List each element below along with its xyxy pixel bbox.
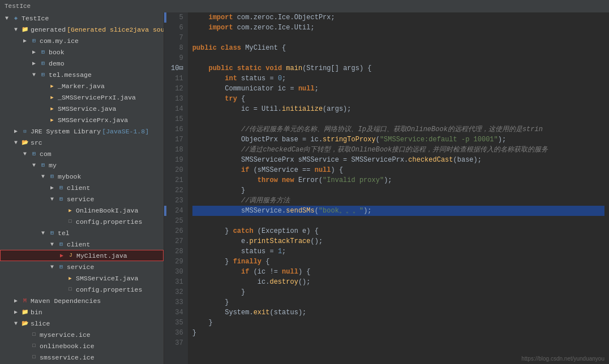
tree-item-com[interactable]: ▼ ⊞ com: [0, 148, 164, 159]
code-line-11: int status = 0;: [192, 73, 604, 84]
line-num: 34: [171, 307, 183, 318]
tree-item-bin[interactable]: ▶ 📁 bin: [0, 306, 164, 318]
tree-item-testice[interactable]: ▼ ◈ TestIce: [0, 12, 164, 24]
tree-label: JRE System Library: [31, 128, 101, 135]
line-num: 30: [171, 267, 183, 277]
line-num: 6: [171, 23, 183, 33]
line-num: 28: [171, 246, 183, 257]
tree-item-myclient[interactable]: ▶ J MyClient.java: [0, 250, 164, 261]
tree-item-config2[interactable]: □ config.properties: [0, 284, 164, 295]
java-file-icon: ▶: [48, 115, 57, 124]
tree-label: myservice.ice: [40, 331, 91, 339]
tree-item-book[interactable]: ▶ ⊞ book: [0, 46, 164, 58]
line-num: 36: [171, 328, 183, 338]
code-line-20: if (sMSService == null) {: [192, 165, 604, 175]
code-line-8: public class MyClient {: [192, 43, 604, 53]
java-file-icon: ▶: [66, 274, 75, 283]
code-line-34: System.exit(status);: [192, 307, 604, 318]
line-num: 11: [171, 73, 183, 84]
package-icon: ⊞: [38, 161, 48, 170]
tree-item-mybook[interactable]: ▼ ⊞ mybook: [0, 171, 164, 182]
tree-item-onlinebook-ice[interactable]: □ onlinebook.ice: [0, 340, 164, 352]
line-num: 19: [171, 155, 183, 165]
tree-item-service1[interactable]: ▼ ⊞ service: [0, 193, 164, 205]
folder-icon: 📁: [20, 307, 29, 317]
code-line-27: e.printStackTrace();: [192, 236, 604, 246]
package-icon: ⊞: [29, 36, 38, 45]
tree-item-jre[interactable]: ▶ ⊟ JRE System Library [JavaSE-1.8]: [0, 125, 164, 137]
code-line-30: if (ic != null) {: [192, 267, 604, 277]
maven-icon: M: [20, 296, 29, 305]
chevron-right-icon: ▶: [29, 47, 38, 57]
code-line-15: [192, 114, 604, 124]
code-line-37: [192, 338, 604, 348]
tree-item-smsserviceprxi[interactable]: ▶ _SMSServicePrxI.java: [0, 92, 164, 103]
project-icon: ◈: [11, 14, 20, 23]
line-num: 12: [171, 84, 183, 94]
code-line-22: }: [192, 185, 604, 196]
line-num: 25: [171, 216, 183, 226]
package-icon: ⊞: [38, 47, 48, 57]
tree-label: MyClient.java: [76, 252, 127, 259]
code-line-14: ic = Util.initialize(args);: [192, 104, 604, 114]
chevron-down-icon: ▼: [48, 240, 57, 249]
line-num: 16: [171, 124, 183, 135]
tree-item-client2[interactable]: ▼ ⊞ client: [0, 239, 164, 250]
tree-item-smsservice-ice[interactable]: □ smsservice.ice: [0, 352, 164, 363]
file-icon: □: [29, 330, 38, 339]
tree-label: SMSService.java: [58, 105, 117, 112]
chevron-down-icon: ▼: [29, 161, 38, 170]
tree-item-smsservicei[interactable]: ▶ SMSServiceI.java: [0, 272, 164, 284]
tree-label: generated: [31, 26, 66, 33]
package-icon: ⊞: [38, 59, 48, 68]
tree-item-myservice[interactable]: □ myservice.ice: [0, 329, 164, 340]
code-content[interactable]: import com.zeroc.Ice.ObjectPrx; import c…: [188, 12, 609, 364]
line-num: 33: [171, 297, 183, 307]
tree-item-onlinebooki[interactable]: ▶ OnlineBookI.java: [0, 205, 164, 216]
tree-item-generated[interactable]: ▼ 📁 generated [Generated slice2java sour…: [0, 24, 164, 35]
code-line-18: //通过checkedCae向下转型，获取OnlineBook接口的远程，并同时…: [192, 145, 604, 155]
code-line-25: [192, 216, 604, 226]
tree-item-telmessage[interactable]: ▼ ⊞ tel.message: [0, 69, 164, 80]
code-line-23: //调用服务方法: [192, 196, 604, 206]
code-line-19: SMSServicePrx sMSService = SMSServicePrx…: [192, 155, 604, 165]
tree-item-maven[interactable]: ▶ M Maven Dependencies: [0, 295, 164, 306]
code-editor[interactable]: 5 6 7 8 9 10⊟ 11 12 13 14 15 16 17 18 19…: [164, 12, 609, 364]
tree-label: _Marker.java: [58, 83, 105, 90]
file-icon: □: [29, 353, 38, 362]
tree-label: SMSServiceI.java: [76, 275, 138, 282]
tree-item-config1[interactable]: □ config.properties: [0, 216, 164, 227]
spacer: ▶: [57, 251, 66, 260]
line-num: 14: [171, 104, 183, 114]
package-icon: ⊞: [48, 228, 57, 237]
chevron-down-icon: ▼: [29, 70, 38, 79]
tree-label-suffix: [Generated slice2java sources: [67, 26, 164, 33]
tree-item-service2[interactable]: ▼ ⊞ service: [0, 261, 164, 272]
line-num: 23: [171, 196, 183, 206]
tree-item-smsserviceprx[interactable]: ▶ SMSServicePrx.java: [0, 114, 164, 125]
tree-item-smsservice[interactable]: ▶ SMSService.java: [0, 103, 164, 114]
tree-item-client1[interactable]: ▶ ⊞ client: [0, 182, 164, 193]
tree-label: my: [49, 162, 57, 169]
tree-label: client: [67, 184, 90, 192]
line-num: 18: [171, 145, 183, 155]
tree-item-commyice[interactable]: ▶ ⊞ com.my.ice: [0, 35, 164, 46]
folder-icon: 📂: [20, 319, 29, 328]
code-line-16: //传远程服务单元的名称、网络协议、Ip及端口、获取OnlineBook的远程代…: [192, 124, 604, 135]
tree-item-src[interactable]: ▼ 📂 src: [0, 137, 164, 148]
tree-item-slice[interactable]: ▼ 📂 slice: [0, 318, 164, 329]
tree-item-demo[interactable]: ▶ ⊞ demo: [0, 58, 164, 69]
tree-item-my[interactable]: ▼ ⊞ my: [0, 159, 164, 171]
line-num: 5: [171, 12, 183, 23]
line-num: 37: [171, 338, 183, 348]
line-num: 7: [171, 33, 183, 43]
line-num: 27: [171, 236, 183, 246]
code-line-29: } finally {: [192, 257, 604, 267]
line-num-active: 10⊟: [171, 63, 183, 73]
java-file-icon: ▶: [48, 93, 57, 102]
tree-item-tel[interactable]: ▼ ⊞ tel: [0, 227, 164, 239]
code-line-26: } catch (Exception e) {: [192, 226, 604, 236]
code-line-35: }: [192, 318, 604, 328]
tree-item-marker[interactable]: ▶ _Marker.java: [0, 80, 164, 92]
line-num: 9: [171, 53, 183, 63]
